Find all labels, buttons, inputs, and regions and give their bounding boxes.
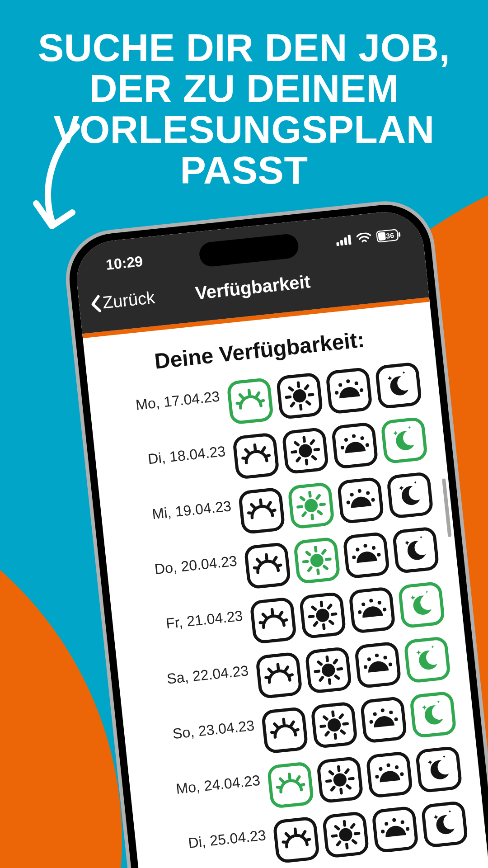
morning-icon [248, 546, 287, 585]
night-icon [419, 750, 458, 789]
slots-group [238, 472, 434, 535]
slots-group [255, 636, 451, 699]
night-icon [425, 805, 464, 844]
back-button[interactable]: Zurück [89, 288, 156, 314]
slot-morning[interactable] [261, 706, 309, 754]
day-label: Mo, 17.04.23 [101, 382, 222, 417]
phone-screen: 10:29 [73, 208, 488, 868]
slot-evening[interactable] [337, 476, 385, 524]
slot-night[interactable] [386, 472, 434, 519]
evening-icon [353, 591, 392, 630]
slot-night[interactable] [409, 691, 457, 739]
slot-midday[interactable] [299, 591, 347, 639]
day-label: Do, 20.04.23 [119, 547, 240, 581]
slot-evening[interactable] [354, 641, 402, 689]
night-icon [385, 421, 424, 460]
slots-group [261, 691, 457, 754]
night-icon [402, 585, 441, 624]
morning-icon [254, 601, 293, 640]
day-label: Fr, 21.04.23 [124, 602, 245, 636]
slot-morning[interactable] [272, 816, 320, 864]
slot-midday[interactable] [282, 427, 329, 475]
slot-evening[interactable] [360, 696, 408, 744]
day-label: Mo, 24.04.23 [142, 766, 263, 801]
nav-title: Verfügbarkeit [194, 271, 311, 303]
midday-icon [315, 706, 354, 745]
svg-text:36: 36 [385, 231, 394, 240]
svg-rect-6 [378, 231, 386, 241]
day-label: Di, 25.04.23 [147, 821, 268, 856]
slot-night[interactable] [398, 581, 446, 629]
cellular-icon [336, 234, 352, 245]
midday-icon [297, 541, 336, 580]
midday-icon [280, 377, 319, 415]
phone-mockup: 10:29 [61, 196, 488, 868]
night-icon [408, 641, 447, 679]
arrow-icon [27, 122, 90, 240]
morning-icon [237, 437, 276, 476]
slots-group [244, 526, 440, 590]
midday-icon [309, 651, 348, 690]
slot-night[interactable] [375, 362, 422, 410]
svg-rect-1 [340, 240, 343, 245]
wifi-icon [356, 232, 371, 244]
midday-icon [320, 760, 359, 799]
slot-morning[interactable] [244, 542, 291, 590]
slot-midday[interactable] [322, 811, 370, 859]
evening-icon [364, 700, 403, 739]
slot-morning[interactable] [267, 761, 314, 809]
slot-midday[interactable] [310, 701, 358, 749]
slot-morning[interactable] [226, 377, 274, 425]
slot-evening[interactable] [325, 367, 373, 415]
slot-morning[interactable] [255, 651, 303, 699]
evening-icon [370, 755, 409, 794]
slot-evening[interactable] [366, 751, 413, 799]
slots-group [272, 801, 469, 864]
slot-evening[interactable] [371, 806, 419, 854]
slot-night[interactable] [421, 801, 469, 849]
morning-icon [277, 821, 316, 859]
evening-icon [347, 536, 386, 575]
slot-morning[interactable] [238, 487, 286, 535]
slots-group [249, 581, 446, 644]
slot-evening[interactable] [331, 422, 379, 470]
morning-icon [271, 766, 310, 805]
morning-icon [242, 491, 281, 530]
midday-icon [286, 431, 325, 470]
night-icon [414, 695, 453, 734]
midday-icon [326, 816, 365, 854]
evening-icon [358, 646, 397, 684]
slot-morning[interactable] [249, 597, 297, 645]
day-label: Sa, 22.04.23 [130, 657, 251, 691]
evening-icon [330, 371, 369, 410]
evening-icon [341, 481, 380, 520]
slot-midday[interactable] [316, 756, 364, 804]
slot-midday[interactable] [276, 372, 324, 420]
status-time: 10:29 [105, 253, 144, 274]
slots-group [267, 745, 463, 809]
midday-icon [303, 596, 342, 635]
svg-rect-3 [347, 235, 351, 245]
slot-midday[interactable] [293, 537, 341, 585]
slot-evening[interactable] [348, 586, 396, 634]
evening-icon [335, 426, 374, 465]
morning-icon [231, 382, 270, 420]
slot-night[interactable] [404, 636, 451, 684]
content-area: Deine Verfügbarkeit: Mo, 17.04.23Di, 18.… [83, 302, 486, 868]
slot-midday[interactable] [287, 482, 335, 530]
back-label: Zurück [102, 288, 156, 313]
slot-evening[interactable] [343, 531, 390, 579]
day-label: So, 23.04.23 [136, 712, 257, 746]
slot-night[interactable] [415, 745, 463, 793]
slot-night[interactable] [380, 416, 428, 464]
slots-group [232, 416, 428, 480]
svg-rect-5 [398, 232, 400, 236]
slot-night[interactable] [392, 526, 440, 574]
svg-rect-2 [344, 237, 347, 245]
slot-midday[interactable] [305, 646, 352, 694]
promo-stage: SUCHE DIR DEN JOB, DER ZU DEINEM VORLESU… [0, 0, 488, 868]
slots-group [226, 362, 422, 425]
evening-icon [376, 810, 415, 849]
slot-morning[interactable] [232, 432, 280, 480]
night-icon [396, 531, 435, 570]
